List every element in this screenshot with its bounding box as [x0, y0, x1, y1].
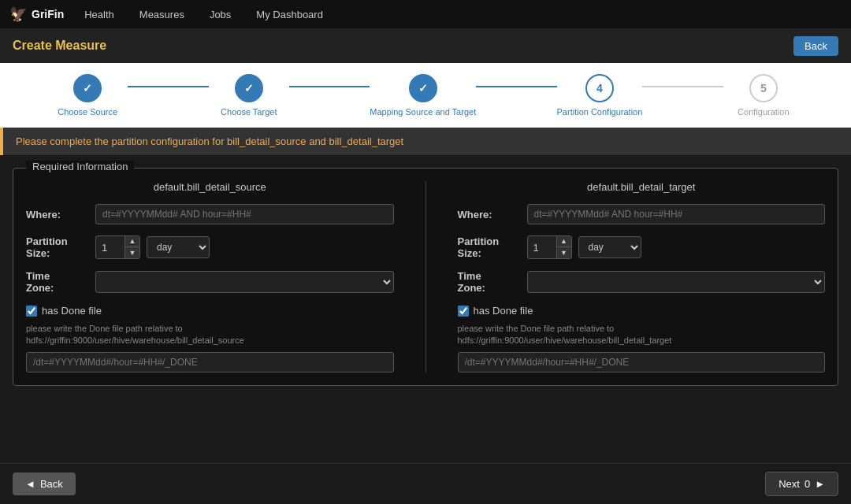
target-done-checkbox[interactable] [458, 306, 469, 317]
target-partition-unit-select[interactable]: day hour month [578, 236, 641, 258]
step-4-label: Partition Configuration [557, 107, 643, 117]
target-partition-value[interactable] [528, 239, 556, 257]
target-partition-down[interactable]: ▼ [557, 247, 571, 259]
target-partition-label: PartitionSize: [458, 235, 521, 259]
step-3-number: ✓ [418, 82, 428, 94]
source-partition-unit-select[interactable]: day hour month [147, 236, 210, 258]
step-5-number: 5 [760, 82, 767, 94]
step-1: ✓ Choose Source [47, 74, 128, 117]
source-hint: please write the Done file path relative… [26, 323, 394, 347]
header-bar: Create Measure Back [0, 28, 851, 63]
step-2: ✓ Choose Target [209, 74, 289, 117]
source-where-input[interactable] [95, 204, 394, 224]
nav-jobs[interactable]: Jobs [205, 6, 236, 24]
back-label: Back [40, 478, 63, 490]
step-4: 4 Partition Configuration [557, 74, 643, 117]
target-where-row: Where: [458, 204, 826, 224]
target-timezone-row: TimeZone: [458, 270, 826, 294]
nav-health[interactable]: Health [80, 6, 119, 24]
target-where-label: Where: [458, 209, 521, 220]
column-divider [426, 181, 426, 372]
target-partition-up[interactable]: ▲ [557, 235, 571, 247]
source-partition-row: PartitionSize: ▲ ▼ day hour month [26, 235, 394, 259]
step-5-label: Configuration [738, 107, 789, 117]
target-partition-row: PartitionSize: ▲ ▼ day hour month [458, 235, 826, 259]
source-column: default.bill_detail_source Where: Partit… [26, 181, 394, 372]
step-2-label: Choose Target [221, 107, 277, 117]
step-5: 5 Configuration [723, 74, 804, 117]
two-col-layout: default.bill_detail_source Where: Partit… [26, 181, 825, 372]
target-done-path-input[interactable] [458, 352, 826, 372]
next-label: Next [779, 478, 800, 490]
source-timezone-row: TimeZone: [26, 270, 394, 294]
step-5-circle: 5 [749, 74, 778, 102]
target-where-input[interactable] [527, 204, 826, 224]
stepper-container: ✓ Choose Source ✓ Choose Target ✓ Mappin… [0, 63, 851, 128]
step-1-label: Choose Source [58, 107, 117, 117]
main-content: Required Information default.bill_detail… [0, 155, 851, 398]
step-4-circle: 4 [585, 74, 614, 102]
back-button[interactable]: ◄ Back [13, 472, 76, 495]
bottom-bar: ◄ Back Next 0 ► [0, 463, 851, 504]
step-1-number: ✓ [83, 82, 92, 94]
step-line-1 [128, 86, 208, 87]
source-timezone-select[interactable] [95, 271, 394, 293]
alert-warning: Please complete the partition configurat… [0, 128, 851, 155]
required-info-panel: Required Information default.bill_detail… [13, 168, 838, 386]
brand: 🦅 GriFin [9, 6, 64, 23]
source-partition-up[interactable]: ▲ [125, 235, 139, 247]
back-top-button[interactable]: Back [793, 36, 838, 56]
target-timezone-select[interactable] [527, 271, 826, 293]
back-arrow-icon: ◄ [25, 478, 35, 490]
next-arrow-icon: ► [815, 478, 825, 490]
source-title: default.bill_detail_source [26, 181, 394, 193]
target-timezone-label: TimeZone: [458, 270, 521, 294]
step-3-label: Mapping Source and Target [370, 107, 476, 117]
griffin-logo-icon: 🦅 [9, 6, 27, 23]
step-1-circle: ✓ [73, 74, 102, 102]
source-done-path-input[interactable] [26, 352, 394, 372]
source-done-label: has Done file [42, 305, 102, 317]
source-done-checkbox[interactable] [26, 306, 37, 317]
source-partition-label: PartitionSize: [26, 235, 89, 259]
nav-dashboard[interactable]: My Dashboard [251, 6, 328, 24]
source-partition-down[interactable]: ▼ [125, 247, 139, 259]
step-3-circle: ✓ [409, 74, 437, 102]
source-timezone-label: TimeZone: [26, 270, 89, 294]
target-column: default.bill_detail_target Where: Partit… [458, 181, 826, 372]
source-partition-spinner[interactable]: ▲ ▼ [95, 235, 140, 259]
step-2-number: ✓ [244, 82, 254, 94]
panel-legend: Required Information [26, 161, 134, 172]
stepper: ✓ Choose Source ✓ Choose Target ✓ Mappin… [47, 74, 804, 117]
source-done-checkbox-row: has Done file [26, 305, 394, 317]
nav-measures[interactable]: Measures [135, 6, 189, 24]
source-where-label: Where: [26, 209, 89, 220]
target-partition-buttons: ▲ ▼ [556, 235, 571, 259]
brand-name: GriFin [32, 8, 64, 20]
target-done-label: has Done file [474, 305, 533, 317]
step-line-4 [642, 86, 723, 87]
step-4-number: 4 [596, 82, 603, 94]
target-done-checkbox-row: has Done file [458, 305, 826, 317]
step-line-3 [476, 86, 556, 87]
step-line-2 [289, 86, 370, 87]
page-title: Create Measure [13, 39, 106, 53]
next-count: 0 [805, 478, 810, 490]
target-hint: please write the Done file path relative… [458, 323, 826, 347]
target-partition-spinner[interactable]: ▲ ▼ [527, 235, 572, 259]
step-3: ✓ Mapping Source and Target [370, 74, 476, 117]
source-partition-buttons: ▲ ▼ [124, 235, 139, 259]
navbar: 🦅 GriFin Health Measures Jobs My Dashboa… [0, 0, 851, 28]
next-button[interactable]: Next 0 ► [765, 472, 838, 496]
source-partition-value[interactable] [96, 239, 124, 257]
step-2-circle: ✓ [235, 74, 263, 102]
target-title: default.bill_detail_target [458, 181, 826, 193]
alert-text: Please complete the partition configurat… [16, 135, 403, 147]
source-where-row: Where: [26, 204, 394, 224]
